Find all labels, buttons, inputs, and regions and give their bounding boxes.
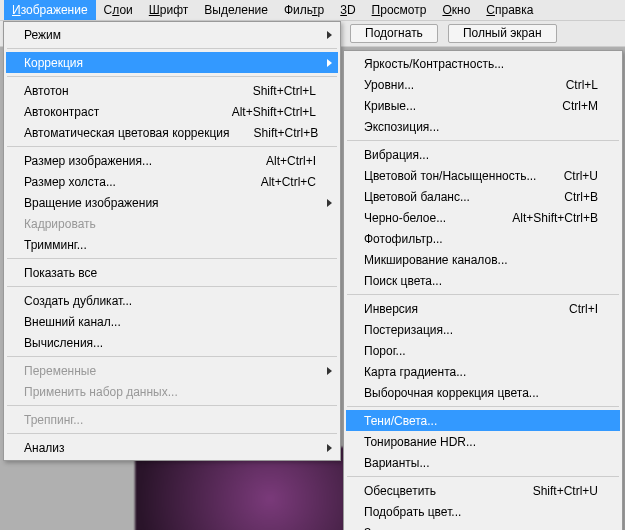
image-menu-item-16[interactable]: Создать дубликат... (6, 290, 338, 311)
menu-item-label: Поиск цвета... (364, 274, 598, 288)
adjustments-item-6[interactable]: Цветовой тон/Насыщенность...Ctrl+U (346, 165, 620, 186)
adjustments-item-0[interactable]: Яркость/Контрастность... (346, 53, 620, 74)
menu-item-label: Применить набор данных... (24, 385, 316, 399)
menu-item-label: Размер холста... (24, 175, 237, 189)
image-menu-separator (7, 48, 337, 49)
menu-item-label: Тонирование HDR... (364, 435, 598, 449)
chevron-right-icon (327, 444, 332, 452)
fullscreen-button[interactable]: Полный экран (448, 24, 557, 43)
image-menu-item-9[interactable]: Размер холста...Alt+Ctrl+C (6, 171, 338, 192)
menu-item-label: Коррекция (24, 56, 316, 70)
image-menu-item-4[interactable]: АвтотонShift+Ctrl+L (6, 80, 338, 101)
adjustments-separator (347, 294, 619, 295)
menu-item-label: Порог... (364, 344, 598, 358)
menubar-item-справка[interactable]: Справка (478, 0, 541, 20)
adjustments-item-24[interactable]: Подобрать цвет... (346, 501, 620, 522)
menu-item-label: Вычисления... (24, 336, 316, 350)
menu-item-shortcut: Alt+Shift+Ctrl+B (512, 211, 598, 225)
menubar-item-3d[interactable]: 3D (332, 0, 363, 20)
menu-item-label: Постеризация... (364, 323, 598, 337)
menu-item-shortcut: Ctrl+L (566, 78, 598, 92)
image-menu-item-12[interactable]: Тримминг... (6, 234, 338, 255)
menubar-item-шрифт[interactable]: Шрифт (141, 0, 196, 20)
fit-button[interactable]: Подогнать (350, 24, 438, 43)
adjustments-item-20[interactable]: Тонирование HDR... (346, 431, 620, 452)
image-menu-item-18[interactable]: Вычисления... (6, 332, 338, 353)
adjustments-item-19[interactable]: Тени/Света... (346, 410, 620, 431)
adjustments-item-10[interactable]: Микширование каналов... (346, 249, 620, 270)
image-menu-item-14[interactable]: Показать все (6, 262, 338, 283)
menubar-item-фильтр[interactable]: Фильтр (276, 0, 332, 20)
menu-item-shortcut: Shift+Ctrl+B (254, 126, 319, 140)
menu-item-label: Режим (24, 28, 316, 42)
adjustments-item-14[interactable]: Постеризация... (346, 319, 620, 340)
menu-item-label: Кривые... (364, 99, 538, 113)
menu-item-label: Тени/Света... (364, 414, 598, 428)
image-menu-separator (7, 286, 337, 287)
image-menu-separator (7, 356, 337, 357)
image-menu-separator (7, 405, 337, 406)
menu-item-shortcut: Alt+Ctrl+I (266, 154, 316, 168)
adjustments-item-8[interactable]: Черно-белое...Alt+Shift+Ctrl+B (346, 207, 620, 228)
menu-item-shortcut: Ctrl+U (564, 169, 598, 183)
menu-item-shortcut: Alt+Ctrl+C (261, 175, 316, 189)
image-menu-separator (7, 146, 337, 147)
adjustments-item-15[interactable]: Порог... (346, 340, 620, 361)
menu-item-label: Карта градиента... (364, 365, 598, 379)
image-menu-separator (7, 258, 337, 259)
menu-item-label: Уровни... (364, 78, 542, 92)
menubar-item-выделение[interactable]: Выделение (196, 0, 276, 20)
image-menu-item-17[interactable]: Внешний канал... (6, 311, 338, 332)
image-menu-item-2[interactable]: Коррекция (6, 52, 338, 73)
adjustments-item-1[interactable]: Уровни...Ctrl+L (346, 74, 620, 95)
menubar-item-слои[interactable]: Слои (96, 0, 141, 20)
adjustments-item-13[interactable]: ИнверсияCtrl+I (346, 298, 620, 319)
image-menu-item-8[interactable]: Размер изображения...Alt+Ctrl+I (6, 150, 338, 171)
image-menu-item-20: Переменные (6, 360, 338, 381)
menu-item-label: Подобрать цвет... (364, 505, 598, 519)
adjustments-item-9[interactable]: Фотофильтр... (346, 228, 620, 249)
image-menu-item-6[interactable]: Автоматическая цветовая коррекцияShift+C… (6, 122, 338, 143)
menu-item-label: Тримминг... (24, 238, 316, 252)
chevron-right-icon (327, 367, 332, 375)
menu-item-label: Варианты... (364, 456, 598, 470)
menu-item-label: Показать все (24, 266, 316, 280)
menu-item-label: Переменные (24, 364, 316, 378)
adjustments-item-21[interactable]: Варианты... (346, 452, 620, 473)
image-menu: РежимКоррекцияАвтотонShift+Ctrl+LАвтокон… (3, 21, 341, 461)
menu-item-label: Автотон (24, 84, 229, 98)
adjustments-item-7[interactable]: Цветовой баланс...Ctrl+B (346, 186, 620, 207)
adjustments-separator (347, 476, 619, 477)
menu-item-shortcut: Shift+Ctrl+L (253, 84, 316, 98)
menu-item-label: Размер изображения... (24, 154, 242, 168)
menu-item-label: Черно-белое... (364, 211, 488, 225)
adjustments-item-5[interactable]: Вибрация... (346, 144, 620, 165)
adjustments-item-11[interactable]: Поиск цвета... (346, 270, 620, 291)
image-menu-item-23: Треппинг... (6, 409, 338, 430)
menu-item-label: Цветовой тон/Насыщенность... (364, 169, 540, 183)
image-menu-separator (7, 76, 337, 77)
menu-item-label: Автоконтраст (24, 105, 208, 119)
menu-item-label: Цветовой баланс... (364, 190, 540, 204)
adjustments-submenu: Яркость/Контрастность...Уровни...Ctrl+LК… (343, 50, 623, 530)
menu-item-shortcut: Shift+Ctrl+U (533, 484, 598, 498)
adjustments-item-23[interactable]: ОбесцветитьShift+Ctrl+U (346, 480, 620, 501)
image-menu-item-5[interactable]: АвтоконтрастAlt+Shift+Ctrl+L (6, 101, 338, 122)
image-menu-item-10[interactable]: Вращение изображения (6, 192, 338, 213)
menu-item-label: Анализ (24, 441, 316, 455)
image-menu-item-21: Применить набор данных... (6, 381, 338, 402)
image-menu-item-11: Кадрировать (6, 213, 338, 234)
adjustments-item-16[interactable]: Карта градиента... (346, 361, 620, 382)
adjustments-item-25[interactable]: Заменить цвет... (346, 522, 620, 530)
image-menu-item-0[interactable]: Режим (6, 24, 338, 45)
adjustments-item-17[interactable]: Выборочная коррекция цвета... (346, 382, 620, 403)
menubar-item-окно[interactable]: Окно (434, 0, 478, 20)
menu-item-shortcut: Ctrl+M (562, 99, 598, 113)
image-menu-item-25[interactable]: Анализ (6, 437, 338, 458)
menubar: ИзображениеСлоиШрифтВыделениеФильтр3DПро… (0, 0, 625, 21)
adjustments-item-2[interactable]: Кривые...Ctrl+M (346, 95, 620, 116)
menubar-item-изображение[interactable]: Изображение (4, 0, 96, 20)
menu-item-label: Инверсия (364, 302, 545, 316)
menubar-item-просмотр[interactable]: Просмотр (364, 0, 435, 20)
adjustments-item-3[interactable]: Экспозиция... (346, 116, 620, 137)
